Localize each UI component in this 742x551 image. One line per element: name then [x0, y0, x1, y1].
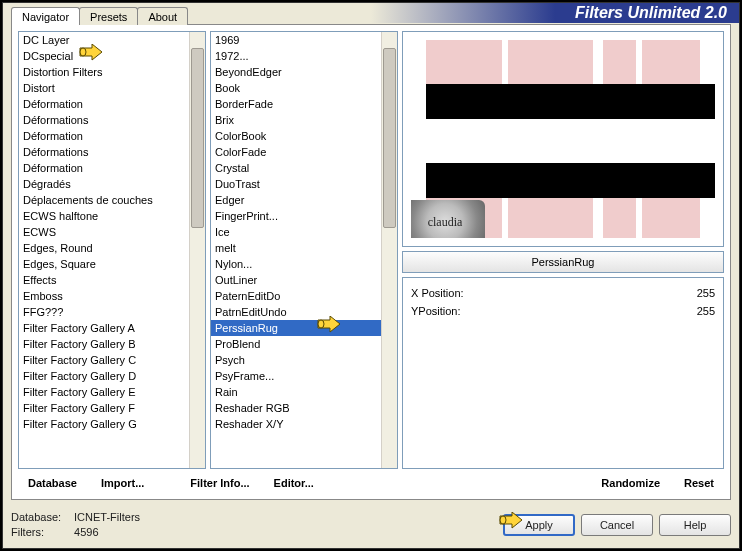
slider-label: X Position:	[411, 287, 464, 299]
category-item[interactable]: Déformations	[19, 112, 189, 128]
category-item[interactable]: FFG???	[19, 304, 189, 320]
status-info: Database: ICNET-Filters Filters: 4596	[11, 510, 140, 540]
category-scrollbar[interactable]	[189, 32, 205, 468]
category-item[interactable]: Edges, Round	[19, 240, 189, 256]
current-filter-name: PerssianRug	[402, 251, 724, 273]
watermark: claudia	[411, 200, 485, 238]
category-item[interactable]: Déformations	[19, 144, 189, 160]
slider-yposition[interactable]: YPosition: 255	[411, 302, 715, 320]
slider-value: 255	[697, 287, 715, 299]
filter-item[interactable]: DuoTrast	[211, 176, 381, 192]
category-item[interactable]: Dégradés	[19, 176, 189, 192]
category-item[interactable]: ECWS halftone	[19, 208, 189, 224]
category-item[interactable]: DC Layer	[19, 32, 189, 48]
filter-item[interactable]: PsyFrame...	[211, 368, 381, 384]
category-item[interactable]: Déformation	[19, 128, 189, 144]
reset-button[interactable]: Reset	[674, 475, 724, 491]
apply-button[interactable]: Apply	[503, 514, 575, 536]
category-item[interactable]: Filter Factory Gallery A	[19, 320, 189, 336]
filter-item[interactable]: Nylon...	[211, 256, 381, 272]
filter-item[interactable]: ColorBook	[211, 128, 381, 144]
category-item[interactable]: Filter Factory Gallery E	[19, 384, 189, 400]
filter-item[interactable]: Reshader X/Y	[211, 416, 381, 432]
category-item[interactable]: Filter Factory Gallery D	[19, 368, 189, 384]
randomize-button[interactable]: Randomize	[591, 475, 670, 491]
help-button[interactable]: Help	[659, 514, 731, 536]
cancel-button[interactable]: Cancel	[581, 514, 653, 536]
import-button[interactable]: Import...	[91, 475, 154, 491]
filter-item[interactable]: melt	[211, 240, 381, 256]
filter-item[interactable]: BorderFade	[211, 96, 381, 112]
filter-item[interactable]: Rain	[211, 384, 381, 400]
filter-item[interactable]: ProBlend	[211, 336, 381, 352]
category-item[interactable]: Déplacements de couches	[19, 192, 189, 208]
category-item[interactable]: DCspecial	[19, 48, 189, 64]
parameters-panel: X Position: 255 YPosition: 255	[402, 277, 724, 469]
filter-list[interactable]: 19691972...BeyondEdgerBookBorderFadeBrix…	[210, 31, 398, 469]
filter-item[interactable]: Ice	[211, 224, 381, 240]
filter-item[interactable]: Psych	[211, 352, 381, 368]
filter-item[interactable]: 1972...	[211, 48, 381, 64]
tab-presets[interactable]: Presets	[79, 7, 138, 25]
category-item[interactable]: ECWS	[19, 224, 189, 240]
filter-info-button[interactable]: Filter Info...	[180, 475, 259, 491]
preview-area: claudia	[402, 31, 724, 247]
filter-item[interactable]: Brix	[211, 112, 381, 128]
filter-item[interactable]: FingerPrint...	[211, 208, 381, 224]
filter-item[interactable]: PatrnEditUndo	[211, 304, 381, 320]
database-button[interactable]: Database	[18, 475, 87, 491]
category-item[interactable]: Filter Factory Gallery G	[19, 416, 189, 432]
filter-item[interactable]: Edger	[211, 192, 381, 208]
category-item[interactable]: Filter Factory Gallery B	[19, 336, 189, 352]
category-item[interactable]: Distort	[19, 80, 189, 96]
tab-navigator[interactable]: Navigator	[11, 7, 80, 25]
category-list[interactable]: DC LayerDCspecialDistortion FiltersDisto…	[18, 31, 206, 469]
filter-item[interactable]: BeyondEdger	[211, 64, 381, 80]
slider-value: 255	[697, 305, 715, 317]
category-item[interactable]: Filter Factory Gallery C	[19, 352, 189, 368]
filter-item[interactable]: 1969	[211, 32, 381, 48]
app-title: Filters Unlimited 2.0	[575, 4, 727, 22]
filter-scrollbar[interactable]	[381, 32, 397, 468]
filter-item[interactable]: PerssianRug	[211, 320, 381, 336]
filter-item[interactable]: OutLiner	[211, 272, 381, 288]
filter-item[interactable]: Reshader RGB	[211, 400, 381, 416]
category-item[interactable]: Déformation	[19, 96, 189, 112]
filter-item[interactable]: Crystal	[211, 160, 381, 176]
category-item[interactable]: Filter Factory Gallery F	[19, 400, 189, 416]
editor-button[interactable]: Editor...	[264, 475, 324, 491]
category-item[interactable]: Edges, Square	[19, 256, 189, 272]
filter-item[interactable]: ColorFade	[211, 144, 381, 160]
slider-xposition[interactable]: X Position: 255	[411, 284, 715, 302]
filter-item[interactable]: PaternEditDo	[211, 288, 381, 304]
category-item[interactable]: Emboss	[19, 288, 189, 304]
slider-label: YPosition:	[411, 305, 461, 317]
category-item[interactable]: Effects	[19, 272, 189, 288]
filter-item[interactable]: Book	[211, 80, 381, 96]
category-item[interactable]: Distortion Filters	[19, 64, 189, 80]
tab-about[interactable]: About	[137, 7, 188, 25]
category-item[interactable]: Déformation	[19, 160, 189, 176]
